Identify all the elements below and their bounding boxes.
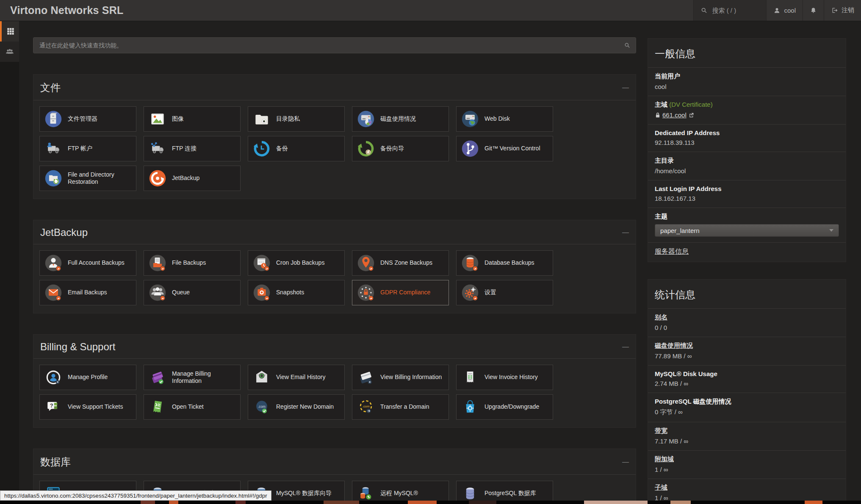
card-label: Upgrade/Downgrade bbox=[484, 403, 539, 411]
card-invoice-history[interactable]: View Invoice History bbox=[456, 365, 553, 390]
primary-domain-link[interactable]: 661.cool bbox=[662, 111, 687, 119]
card-jb-snapshots[interactable]: Snapshots bbox=[248, 280, 345, 305]
card-label: Snapshots bbox=[276, 289, 304, 296]
section-title: JetBackup bbox=[40, 227, 88, 238]
card-disk-usage[interactable]: 磁盘使用情况 bbox=[352, 106, 449, 132]
card-label: Web Disk bbox=[484, 115, 510, 123]
stat-label[interactable]: 别名 bbox=[655, 313, 667, 321]
card-ftp-accounts[interactable]: FTP 帐户 bbox=[39, 136, 136, 161]
card-open-ticket[interactable]: Open Ticket bbox=[144, 394, 241, 420]
theme-label: 主题 bbox=[655, 213, 839, 221]
dedicated-ip-label: Dedicated IP Address bbox=[655, 129, 839, 136]
card-manage-billing[interactable]: Manage Billing Information bbox=[144, 365, 241, 390]
chevron-down-icon bbox=[829, 229, 833, 232]
stat-label[interactable]: 带宽 bbox=[655, 427, 667, 434]
search-icon bbox=[624, 42, 631, 49]
logout-icon bbox=[831, 7, 838, 14]
users-group-icon bbox=[5, 47, 14, 56]
card-jb-files[interactable]: File Backups bbox=[144, 250, 241, 276]
theme-select[interactable]: paper_lantern bbox=[655, 224, 839, 237]
dv-certificate-link[interactable]: (DV Certificate) bbox=[669, 101, 713, 108]
directory-privacy-icon bbox=[252, 110, 271, 128]
card-label: File and Directory Restoration bbox=[68, 171, 132, 186]
notifications-button[interactable] bbox=[803, 0, 824, 21]
stat-row: 带宽7.17 MB / ∞ bbox=[648, 422, 846, 450]
card-transfer-domain[interactable]: .comTransfer a Domain bbox=[352, 394, 449, 420]
jb-account-icon bbox=[44, 254, 63, 272]
card-label: FTP 连接 bbox=[172, 145, 197, 152]
card-web-disk[interactable]: Web Disk bbox=[456, 106, 553, 132]
card-jb-email[interactable]: Email Backups bbox=[39, 280, 136, 305]
stat-value: 0 / 0 bbox=[655, 324, 839, 331]
card-support-tickets[interactable]: ?View Support Tickets bbox=[39, 394, 136, 420]
card-backup[interactable]: 备份 bbox=[248, 136, 345, 161]
card-git[interactable]: Git™ Version Control bbox=[456, 136, 553, 161]
card-file-manager[interactable]: 文件管理器 bbox=[39, 106, 136, 132]
stat-label[interactable]: 磁盘使用情况 bbox=[655, 342, 693, 349]
taskbar-sliver bbox=[235, 501, 246, 504]
card-email-history[interactable]: View Email History bbox=[248, 365, 345, 390]
topbar-right: cool 注销 bbox=[693, 0, 861, 21]
collapse-icon[interactable]: — bbox=[622, 459, 629, 465]
dedicated-ip-row: Dedicated IP Address 92.118.39.113 bbox=[648, 124, 846, 152]
statistics-panel: 统计信息 别名0 / 0磁盘使用情况77.89 MB / ∞MySQL® Dis… bbox=[648, 279, 846, 504]
card-jb-gdpr[interactable]: GDPR Compliance bbox=[352, 280, 449, 305]
card-jb-dns[interactable]: DNS Zone Backups bbox=[352, 250, 449, 276]
topbar-search[interactable] bbox=[693, 0, 766, 21]
card-jetbackup-logo[interactable]: JetBackup bbox=[144, 166, 241, 191]
user-menu[interactable]: cool bbox=[766, 0, 803, 21]
card-manage-profile[interactable]: Manage Profile bbox=[39, 365, 136, 390]
stat-label[interactable]: 附加域 bbox=[655, 455, 674, 462]
collapse-icon[interactable]: — bbox=[622, 343, 629, 350]
card-label: 文件管理器 bbox=[68, 115, 97, 123]
card-directory-privacy[interactable]: 目录隐私 bbox=[248, 106, 345, 132]
stat-row: 别名0 / 0 bbox=[648, 308, 846, 337]
card-images[interactable]: 图像 bbox=[144, 106, 241, 132]
stat-row: MySQL® Disk Usage2.74 MB / ∞ bbox=[648, 365, 846, 393]
home-directory-row: 主目录 /home/cool bbox=[648, 152, 846, 180]
logout-button[interactable]: 注销 bbox=[824, 0, 861, 21]
card-label: Cron Job Backups bbox=[276, 259, 324, 267]
stat-label[interactable]: 子域 bbox=[655, 484, 667, 491]
collapse-icon[interactable]: — bbox=[622, 229, 629, 236]
card-file-restoration[interactable]: File and Directory Restoration bbox=[39, 166, 136, 191]
rail-item-users[interactable] bbox=[0, 42, 19, 62]
upgrade-downgrade-icon bbox=[461, 398, 479, 416]
topbar-search-input[interactable] bbox=[711, 6, 758, 14]
quickfind-input[interactable] bbox=[39, 42, 624, 49]
card-label: PostgreSQL 数据库 bbox=[484, 490, 536, 497]
card-jb-account[interactable]: Full Account Backups bbox=[39, 250, 136, 276]
card-label: Git™ Version Control bbox=[484, 145, 540, 152]
svg-text:.com: .com bbox=[258, 405, 266, 409]
card-register-domain[interactable]: .comRegister New Domain bbox=[248, 394, 345, 420]
jb-queue-icon bbox=[148, 283, 167, 302]
card-label: Transfer a Domain bbox=[380, 403, 429, 411]
quickfind-bar[interactable] bbox=[33, 37, 636, 53]
billing-info-icon bbox=[357, 368, 375, 387]
stat-value: 77.89 MB / ∞ bbox=[655, 352, 839, 360]
card-label: View Billing Information bbox=[380, 374, 442, 381]
card-label: Email Backups bbox=[68, 289, 107, 296]
collapse-icon[interactable]: — bbox=[622, 84, 629, 91]
jb-cron-icon bbox=[252, 254, 271, 272]
server-info-link[interactable]: 服务器信息 bbox=[655, 248, 689, 255]
card-label: Open Ticket bbox=[172, 403, 204, 411]
card-jb-cron[interactable]: Cron Job Backups bbox=[248, 250, 345, 276]
right-sidebar: 一般信息 当前用户 cool 主域 (DV Certificate) 661.c… bbox=[648, 21, 846, 504]
card-billing-info[interactable]: View Billing Information bbox=[352, 365, 449, 390]
stat-value: 1 / ∞ bbox=[655, 466, 839, 473]
card-jb-queue[interactable]: Queue bbox=[144, 280, 241, 305]
card-label: FTP 帐户 bbox=[68, 145, 92, 152]
invoice-history-icon bbox=[461, 368, 479, 387]
top-bar: Virtono Networks SRL cool bbox=[0, 0, 861, 21]
rail-item-apps[interactable] bbox=[0, 21, 19, 42]
card-ftp-connections[interactable]: FTP 连接 bbox=[144, 136, 241, 161]
theme-row: 主题 paper_lantern bbox=[648, 208, 846, 242]
card-backup-wizard[interactable]: 备份向导 bbox=[352, 136, 449, 161]
current-user-label: 当前用户 bbox=[655, 72, 839, 80]
card-jb-database[interactable]: Database Backups bbox=[456, 250, 553, 276]
jb-gdpr-icon bbox=[357, 283, 375, 302]
card-label: File Backups bbox=[172, 259, 206, 267]
card-upgrade-downgrade[interactable]: Upgrade/Downgrade bbox=[456, 394, 553, 420]
card-jb-settings[interactable]: 设置 bbox=[456, 280, 553, 305]
